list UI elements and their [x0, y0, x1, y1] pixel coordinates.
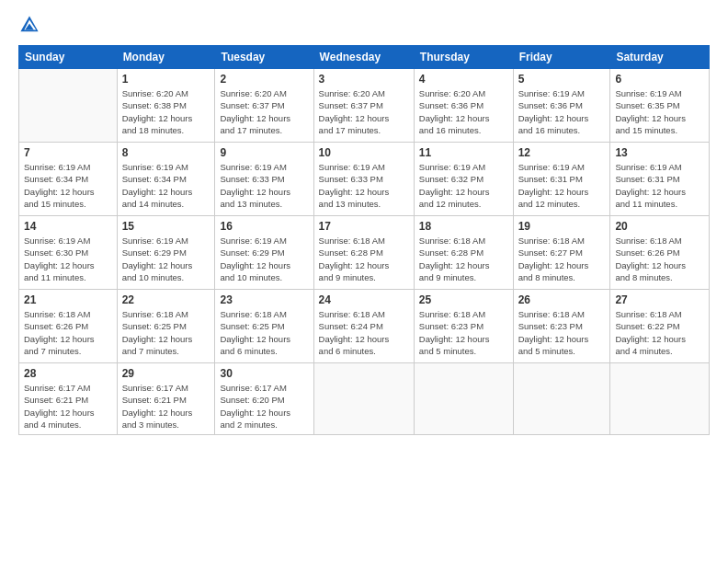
- day-info: Sunrise: 6:19 AM Sunset: 6:33 PM Dayligh…: [220, 161, 308, 210]
- day-info: Sunrise: 6:18 AM Sunset: 6:24 PM Dayligh…: [319, 308, 409, 357]
- calendar-table: SundayMondayTuesdayWednesdayThursdayFrid…: [18, 45, 710, 435]
- day-number: 6: [615, 73, 704, 86]
- calendar-cell: 22Sunrise: 6:18 AM Sunset: 6:25 PM Dayli…: [117, 290, 215, 363]
- day-info: Sunrise: 6:20 AM Sunset: 6:36 PM Dayligh…: [419, 87, 508, 136]
- calendar-cell: 19Sunrise: 6:18 AM Sunset: 6:27 PM Dayli…: [513, 216, 610, 290]
- calendar-cell: 12Sunrise: 6:19 AM Sunset: 6:31 PM Dayli…: [513, 143, 610, 216]
- day-number: 1: [122, 73, 210, 86]
- calendar-cell: 4Sunrise: 6:20 AM Sunset: 6:36 PM Daylig…: [414, 69, 513, 143]
- calendar-header-thursday: Thursday: [414, 46, 513, 69]
- calendar-cell: 1Sunrise: 6:20 AM Sunset: 6:38 PM Daylig…: [117, 69, 215, 143]
- day-number: 2: [220, 73, 308, 86]
- calendar-cell: 21Sunrise: 6:18 AM Sunset: 6:26 PM Dayli…: [19, 290, 118, 363]
- calendar-cell: 5Sunrise: 6:19 AM Sunset: 6:36 PM Daylig…: [513, 69, 610, 143]
- calendar-cell: 20Sunrise: 6:18 AM Sunset: 6:26 PM Dayli…: [610, 216, 710, 290]
- day-info: Sunrise: 6:17 AM Sunset: 6:20 PM Dayligh…: [220, 382, 308, 431]
- calendar-cell: 18Sunrise: 6:18 AM Sunset: 6:28 PM Dayli…: [414, 216, 513, 290]
- calendar-cell: [414, 363, 513, 435]
- day-info: Sunrise: 6:18 AM Sunset: 6:28 PM Dayligh…: [419, 235, 508, 283]
- day-number: 14: [24, 220, 112, 233]
- calendar-header-monday: Monday: [117, 46, 215, 69]
- calendar-cell: 17Sunrise: 6:18 AM Sunset: 6:28 PM Dayli…: [313, 216, 414, 290]
- day-info: Sunrise: 6:18 AM Sunset: 6:26 PM Dayligh…: [24, 308, 112, 357]
- day-info: Sunrise: 6:19 AM Sunset: 6:29 PM Dayligh…: [220, 235, 308, 283]
- day-info: Sunrise: 6:19 AM Sunset: 6:36 PM Dayligh…: [518, 87, 606, 136]
- calendar-week-row: 1Sunrise: 6:20 AM Sunset: 6:38 PM Daylig…: [19, 69, 710, 143]
- calendar-cell: 10Sunrise: 6:19 AM Sunset: 6:33 PM Dayli…: [313, 143, 414, 216]
- calendar-week-row: 7Sunrise: 6:19 AM Sunset: 6:34 PM Daylig…: [19, 143, 710, 216]
- day-info: Sunrise: 6:17 AM Sunset: 6:21 PM Dayligh…: [122, 382, 210, 431]
- day-info: Sunrise: 6:19 AM Sunset: 6:33 PM Dayligh…: [319, 161, 409, 210]
- day-info: Sunrise: 6:19 AM Sunset: 6:30 PM Dayligh…: [24, 235, 112, 283]
- day-number: 23: [220, 293, 308, 306]
- calendar-cell: [610, 363, 710, 435]
- day-number: 7: [24, 146, 112, 159]
- day-info: Sunrise: 6:20 AM Sunset: 6:37 PM Dayligh…: [319, 87, 409, 136]
- day-number: 25: [419, 293, 508, 306]
- day-info: Sunrise: 6:19 AM Sunset: 6:34 PM Dayligh…: [24, 161, 112, 210]
- day-number: 28: [24, 367, 112, 380]
- day-info: Sunrise: 6:19 AM Sunset: 6:29 PM Dayligh…: [122, 235, 210, 283]
- calendar-week-row: 14Sunrise: 6:19 AM Sunset: 6:30 PM Dayli…: [19, 216, 710, 290]
- day-info: Sunrise: 6:19 AM Sunset: 6:31 PM Dayligh…: [615, 161, 704, 210]
- logo-icon: [18, 14, 40, 36]
- calendar-cell: 30Sunrise: 6:17 AM Sunset: 6:20 PM Dayli…: [215, 363, 313, 435]
- day-info: Sunrise: 6:19 AM Sunset: 6:31 PM Dayligh…: [518, 161, 606, 210]
- calendar-cell: [19, 69, 118, 143]
- calendar-cell: 25Sunrise: 6:18 AM Sunset: 6:23 PM Dayli…: [414, 290, 513, 363]
- day-info: Sunrise: 6:19 AM Sunset: 6:34 PM Dayligh…: [122, 161, 210, 210]
- day-number: 22: [122, 293, 210, 306]
- calendar-cell: 3Sunrise: 6:20 AM Sunset: 6:37 PM Daylig…: [313, 69, 414, 143]
- calendar-header-tuesday: Tuesday: [215, 46, 313, 69]
- day-info: Sunrise: 6:18 AM Sunset: 6:28 PM Dayligh…: [319, 235, 409, 283]
- day-number: 13: [615, 146, 704, 159]
- day-number: 19: [518, 220, 606, 233]
- day-info: Sunrise: 6:19 AM Sunset: 6:35 PM Dayligh…: [615, 87, 704, 136]
- calendar-cell: 8Sunrise: 6:19 AM Sunset: 6:34 PM Daylig…: [117, 143, 215, 216]
- day-info: Sunrise: 6:18 AM Sunset: 6:27 PM Dayligh…: [518, 235, 606, 283]
- day-info: Sunrise: 6:18 AM Sunset: 6:23 PM Dayligh…: [518, 308, 606, 357]
- day-number: 27: [615, 293, 704, 306]
- day-number: 18: [419, 220, 508, 233]
- calendar-page: SundayMondayTuesdayWednesdayThursdayFrid…: [0, 0, 728, 563]
- day-info: Sunrise: 6:18 AM Sunset: 6:26 PM Dayligh…: [615, 235, 704, 283]
- calendar-cell: 16Sunrise: 6:19 AM Sunset: 6:29 PM Dayli…: [215, 216, 313, 290]
- day-number: 17: [319, 220, 409, 233]
- logo: [18, 14, 44, 36]
- calendar-cell: 15Sunrise: 6:19 AM Sunset: 6:29 PM Dayli…: [117, 216, 215, 290]
- day-number: 11: [419, 146, 508, 159]
- day-number: 15: [122, 220, 210, 233]
- day-number: 5: [518, 73, 606, 86]
- calendar-cell: 28Sunrise: 6:17 AM Sunset: 6:21 PM Dayli…: [19, 363, 118, 435]
- day-info: Sunrise: 6:20 AM Sunset: 6:38 PM Dayligh…: [122, 87, 210, 136]
- calendar-cell: 27Sunrise: 6:18 AM Sunset: 6:22 PM Dayli…: [610, 290, 710, 363]
- day-number: 16: [220, 220, 308, 233]
- day-number: 8: [122, 146, 210, 159]
- calendar-cell: 7Sunrise: 6:19 AM Sunset: 6:34 PM Daylig…: [19, 143, 118, 216]
- day-info: Sunrise: 6:18 AM Sunset: 6:23 PM Dayligh…: [419, 308, 508, 357]
- calendar-cell: 6Sunrise: 6:19 AM Sunset: 6:35 PM Daylig…: [610, 69, 710, 143]
- calendar-cell: 23Sunrise: 6:18 AM Sunset: 6:25 PM Dayli…: [215, 290, 313, 363]
- calendar-week-row: 21Sunrise: 6:18 AM Sunset: 6:26 PM Dayli…: [19, 290, 710, 363]
- calendar-cell: 11Sunrise: 6:19 AM Sunset: 6:32 PM Dayli…: [414, 143, 513, 216]
- day-number: 9: [220, 146, 308, 159]
- day-number: 20: [615, 220, 704, 233]
- calendar-week-row: 28Sunrise: 6:17 AM Sunset: 6:21 PM Dayli…: [19, 363, 710, 435]
- calendar-cell: 26Sunrise: 6:18 AM Sunset: 6:23 PM Dayli…: [513, 290, 610, 363]
- day-info: Sunrise: 6:18 AM Sunset: 6:25 PM Dayligh…: [122, 308, 210, 357]
- calendar-cell: [313, 363, 414, 435]
- calendar-header-row: SundayMondayTuesdayWednesdayThursdayFrid…: [19, 46, 710, 69]
- calendar-cell: 14Sunrise: 6:19 AM Sunset: 6:30 PM Dayli…: [19, 216, 118, 290]
- day-number: 4: [419, 73, 508, 86]
- day-number: 12: [518, 146, 606, 159]
- day-info: Sunrise: 6:17 AM Sunset: 6:21 PM Dayligh…: [24, 382, 112, 431]
- day-number: 3: [319, 73, 409, 86]
- calendar-header-saturday: Saturday: [610, 46, 710, 69]
- day-number: 10: [319, 146, 409, 159]
- day-number: 30: [220, 367, 308, 380]
- calendar-cell: 24Sunrise: 6:18 AM Sunset: 6:24 PM Dayli…: [313, 290, 414, 363]
- calendar-header-sunday: Sunday: [19, 46, 118, 69]
- day-info: Sunrise: 6:18 AM Sunset: 6:22 PM Dayligh…: [615, 308, 704, 357]
- calendar-cell: 29Sunrise: 6:17 AM Sunset: 6:21 PM Dayli…: [117, 363, 215, 435]
- page-header: [18, 14, 710, 36]
